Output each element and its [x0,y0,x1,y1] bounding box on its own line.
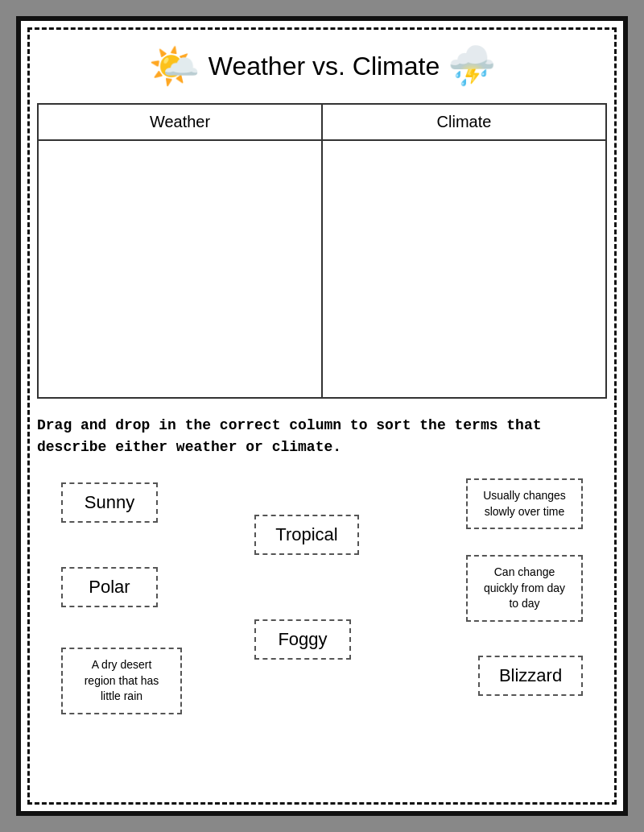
sun-cloud-icon: 🌤️ [148,45,200,87]
comparison-table: Weather Climate [37,103,607,399]
drag-item-polar[interactable]: Polar [61,567,158,607]
drag-item-dry-desert[interactable]: A dry desert region that has little rain [61,648,182,714]
drag-item-foggy[interactable]: Foggy [254,619,351,660]
drag-item-can-change[interactable]: Can change quickly from day to day [466,555,583,622]
header: 🌤️ Weather vs. Climate ⛈️ [37,45,607,87]
drag-item-sunny[interactable]: Sunny [61,482,158,523]
instruction-text: Drag and drop in the correct column to s… [37,415,607,458]
weather-column-header: Weather [38,104,322,140]
storm-icon: ⛈️ [448,47,496,85]
climate-column-header: Climate [322,104,606,140]
page: 🌤️ Weather vs. Climate ⛈️ Weather Climat… [16,16,628,816]
weather-drop-zone[interactable] [38,140,322,398]
drag-item-blizzard[interactable]: Blizzard [478,656,583,696]
drag-item-usually-changes[interactable]: Usually changes slowly over time [466,478,583,529]
drag-item-tropical[interactable]: Tropical [254,515,359,555]
climate-drop-zone[interactable] [322,140,606,398]
drag-items-area: Sunny Tropical Usually changes slowly ov… [37,474,607,732]
page-title: Weather vs. Climate [208,52,440,81]
